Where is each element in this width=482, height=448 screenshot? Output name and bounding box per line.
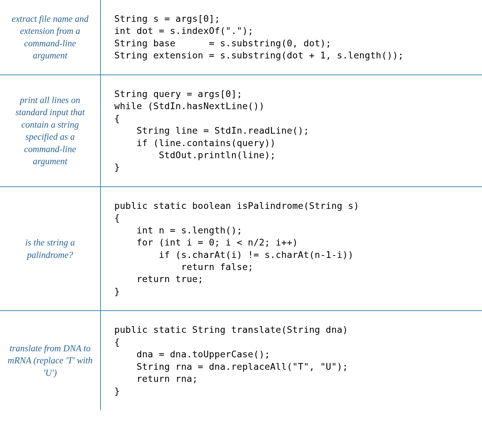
code-snippet: String query = args[0]; while (StdIn.has… — [114, 88, 309, 174]
row-description: translate from DNA to mRNA (replace 'T' … — [7, 342, 93, 379]
code-cell: String query = args[0]; while (StdIn.has… — [101, 75, 482, 186]
description-cell: is the string a palindrome? — [0, 187, 101, 311]
table-row: extract file name and extension from a c… — [0, 0, 482, 75]
code-cell: String s = args[0]; int dot = s.indexOf(… — [101, 0, 482, 75]
description-cell: extract file name and extension from a c… — [0, 0, 101, 75]
row-description: extract file name and extension from a c… — [7, 13, 93, 62]
code-snippet: public static boolean isPalindrome(Strin… — [114, 200, 359, 298]
description-cell: translate from DNA to mRNA (replace 'T' … — [0, 311, 101, 410]
string-operations-table: extract file name and extension from a c… — [0, 0, 482, 410]
code-cell: public static boolean isPalindrome(Strin… — [101, 187, 482, 311]
table-row: translate from DNA to mRNA (replace 'T' … — [0, 311, 482, 410]
code-cell: public static String translate(String dn… — [101, 311, 482, 410]
code-snippet: public static String translate(String dn… — [114, 324, 348, 397]
row-description: print all lines on standard input that c… — [7, 94, 93, 168]
table-row: is the string a palindrome? public stati… — [0, 187, 482, 311]
table-row: print all lines on standard input that c… — [0, 75, 482, 187]
code-snippet: String s = args[0]; int dot = s.indexOf(… — [114, 13, 404, 62]
description-cell: print all lines on standard input that c… — [0, 75, 101, 186]
row-description: is the string a palindrome? — [7, 236, 93, 261]
